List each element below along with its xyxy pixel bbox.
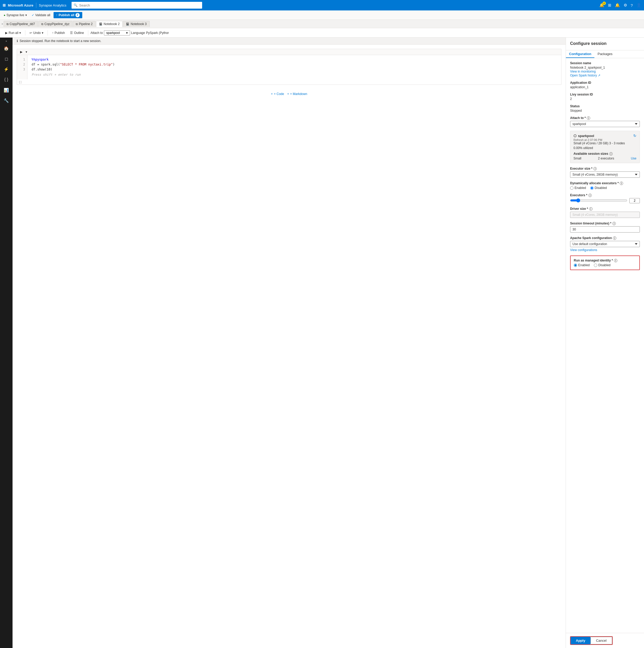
managed-identity-info-icon[interactable]: i [614,259,617,262]
add-code-icon: + [271,92,273,96]
tab-configuration[interactable]: Configuration [566,50,594,58]
cell-run-button[interactable]: ▶ [19,50,23,54]
executors-input[interactable] [629,198,640,203]
chevron-down-icon: ▾ [25,13,27,17]
outline-button[interactable]: ☰ Outline [68,30,86,36]
session-sizes-info-icon[interactable]: i [609,152,613,156]
view-monitoring-link[interactable]: View in monitoring [570,70,596,73]
run-all-button[interactable]: ▶ Run all ▾ [3,30,23,36]
app-name: Synapse Analytics [39,3,66,7]
attach-to-dropdown[interactable]: sparkpool ▾ [104,30,130,36]
validate-all-button[interactable]: ✓ Validate all [30,13,52,17]
session-sizes-row: Small 2 executors Use [574,157,636,160]
driver-size-info-icon[interactable]: i [589,207,593,211]
synapse-live-button[interactable]: ● Synapse live ▾ [2,13,29,17]
managed-identity-enabled-radio[interactable] [574,264,577,267]
file-tab-copypipeline-dyz[interactable]: ⧉ CopyPipeline_dyz [38,21,72,27]
add-markdown-button[interactable]: + + Markdown [287,92,307,96]
use-session-link[interactable]: Use [631,157,636,160]
user-icon[interactable]: 👤 [636,3,641,8]
search-box[interactable]: 🔍 [71,2,202,9]
spark-config-label: Apache Spark configuration [570,236,612,240]
dynamic-alloc-enabled-radio[interactable] [570,186,574,190]
spark-config-info-icon[interactable]: i [613,236,616,240]
sparkpool-name-text: sparkpool [578,134,594,138]
session-banner: ℹ Session stopped. Run the notebook to s… [12,38,566,45]
sparkpool-name: ⬡ sparkpool [574,134,594,138]
dynamic-alloc-info-icon[interactable]: i [620,182,623,185]
apps-icon[interactable]: ⊞ [608,3,611,8]
add-markdown-label: + Markdown [290,92,307,96]
executors-info-icon[interactable]: i [588,194,592,197]
managed-identity-disabled-label: Disabled [598,263,610,267]
sidebar-data-icon[interactable]: ◻ [2,54,11,63]
spark-config-select[interactable]: Use default configuration [570,241,640,247]
help-icon[interactable]: ? [631,3,633,8]
managed-identity-enabled-option[interactable]: Enabled [574,263,590,267]
dynamic-alloc-disabled-option[interactable]: Disabled [590,186,607,190]
notebook-toolbar: ▶ Run all ▾ ↩ Undo ▾ ↑ Publish ☰ Outline… [0,28,644,38]
sidebar-monitor-icon[interactable]: 📊 [2,85,11,95]
session-name-group: Session name Notebook 2_sparkpool_1 View… [570,61,640,77]
attach-info-icon[interactable]: i [587,116,590,120]
output-bracket: [ ] [19,80,21,84]
notebook-icon-2: 📓 [126,22,130,26]
managed-identity-disabled-radio[interactable] [594,264,597,267]
cancel-button[interactable]: Cancel [590,637,612,644]
sidebar-manage-icon[interactable]: 🔧 [2,96,11,105]
driver-size-field-label: Driver size * i [570,207,640,211]
expand-icon[interactable]: » [2,22,3,25]
status-value: Stopped [570,109,640,112]
file-tab-pipeline2[interactable]: ⧉ Pipeline 2 [73,21,96,27]
file-tab-label-5: Notebook 3 [131,22,147,26]
session-name-value: Notebook 2_sparkpool_1 [570,66,640,69]
driver-size-select[interactable]: Small (4 vCores, 28GB memory) [570,212,640,218]
panel-body: Session name Notebook 2_sparkpool_1 View… [566,58,644,633]
search-input[interactable] [79,3,200,7]
cell-chevron-button[interactable]: ▾ [24,50,28,54]
tab-packages[interactable]: Packages [594,50,615,58]
run-icon: ▶ [5,31,8,35]
synapse-live-label: Synapse live [6,13,24,17]
code-placeholder: Press shift + enter to run [32,72,557,77]
settings-icon[interactable]: ⚙ [624,3,627,8]
managed-identity-enabled-label: Enabled [578,263,590,267]
publish-all-button[interactable]: ↑ Publish all 2 [54,12,82,18]
attach-to-select[interactable]: sparkpool [570,121,640,127]
code-editor[interactable]: %%pyspark df = spark.sql("SELECT * FROM … [28,55,561,79]
notebook-area: ℹ Session stopped. Run the notebook to s… [12,38,566,648]
sidebar-dev-icon[interactable]: { } [2,75,11,84]
publish-button[interactable]: ↑ Publish [50,30,67,36]
dynamic-alloc-enabled-option[interactable]: Enabled [570,186,586,190]
dynamic-alloc-label: Dynamically allocate executors * [570,181,619,185]
file-tab-notebook2[interactable]: 📓 Notebook 2 [96,21,122,27]
session-banner-text: Session stopped. Run the notebook to sta… [19,39,101,43]
pipeline-icon-2: ⧉ [41,22,43,26]
run-all-label: Run all [9,31,18,35]
session-timeout-info-icon[interactable]: i [612,222,616,225]
executors-slider[interactable] [570,198,627,203]
validate-icon: ✓ [32,13,34,17]
notification-icon[interactable]: 🔔 [599,3,604,8]
outline-icon: ☰ [70,31,73,35]
apply-button[interactable]: Apply [571,637,590,644]
sidebar-home-icon[interactable]: 🏠 [2,44,11,53]
file-tab-notebook3[interactable]: 📓 Notebook 3 [123,21,149,27]
view-configurations-link[interactable]: View configurations [570,248,640,252]
session-timeout-input[interactable] [570,226,640,232]
undo-button[interactable]: ↩ Undo ▾ [28,30,45,36]
add-code-button[interactable]: + + Code [271,92,284,96]
bell-icon[interactable]: 🔔 [615,3,620,8]
file-tab-copypipeline-dd7[interactable]: ⧉ CopyPipeline_dd7 [4,21,38,27]
publish-badge: 2 [76,13,80,17]
sidebar-expand-icon[interactable]: » [5,40,7,43]
open-spark-history-link[interactable]: Open Spark history ↗ [570,73,600,77]
sidebar-pipeline-icon[interactable]: ⚡ [2,64,11,74]
executor-size-info-icon[interactable]: i [593,167,597,170]
managed-identity-disabled-option[interactable]: Disabled [594,263,610,267]
publish-all-label: Publish all [59,13,75,17]
dynamic-alloc-disabled-radio[interactable] [590,186,594,190]
executors-group: Executors * i [570,194,640,203]
refresh-icon[interactable]: ↻ [633,133,636,138]
executor-size-select[interactable]: Small (4 vCores, 28GB memory) [570,171,640,178]
